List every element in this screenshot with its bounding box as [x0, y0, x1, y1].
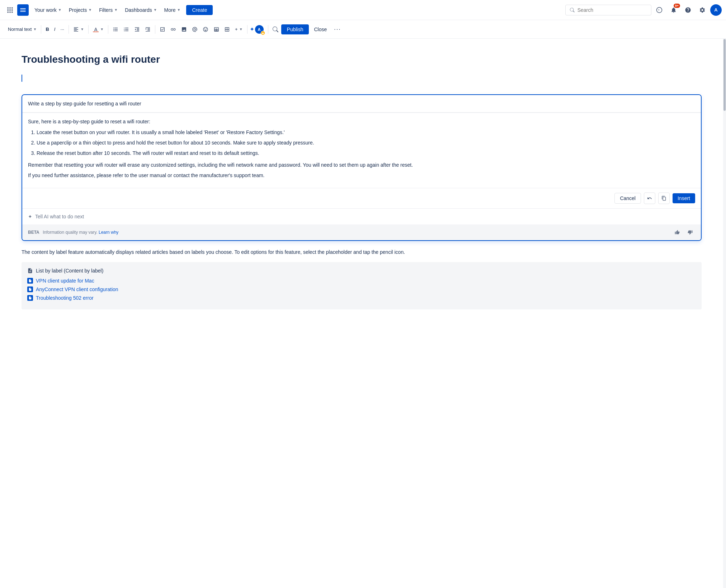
thumbs-up-icon: [675, 230, 680, 235]
text-cursor: [22, 75, 22, 82]
outdent-icon: [134, 27, 140, 32]
ai-toolbar-group[interactable]: ✦ A: [250, 24, 264, 34]
chevron-down-icon: ▼: [88, 8, 92, 12]
copy-icon: [661, 196, 666, 201]
more-formatting-button[interactable]: ···: [58, 25, 66, 33]
list-item[interactable]: VPN client update for Mac: [27, 278, 696, 284]
user-avatar[interactable]: A: [710, 4, 722, 16]
notification-badge: 9+: [674, 4, 680, 8]
publish-button[interactable]: Publish: [281, 24, 309, 34]
sparkle-icon: ✦: [28, 214, 32, 219]
app-logo[interactable]: [17, 4, 29, 16]
page-icon: [28, 296, 32, 300]
filters-nav[interactable]: Filters ▼: [96, 5, 121, 15]
image-button[interactable]: [179, 25, 189, 34]
chevron-down-icon: ▼: [100, 27, 104, 31]
search-toolbar-button[interactable]: [270, 25, 280, 34]
editor-content: Troubleshooting a wifi router Write a st…: [0, 39, 723, 588]
ai-panel: Write a step by step guide for resetting…: [22, 94, 702, 241]
search-toolbar-icon: [273, 27, 278, 32]
layout-button[interactable]: [222, 25, 232, 34]
insert-more-button[interactable]: + ▼: [233, 25, 245, 33]
ai-response-note-1: Remember that resetting your wifi router…: [28, 161, 695, 169]
ai-response-area: Sure, here is a step-by-step guide to re…: [22, 113, 701, 188]
ai-cancel-button[interactable]: Cancel: [614, 193, 641, 204]
editor-toolbar: Normal text ▼ B I ··· ▼ ▼: [0, 20, 726, 39]
notifications-btn[interactable]: 9+: [667, 4, 680, 16]
page-icon: [28, 288, 32, 291]
search-box[interactable]: [565, 5, 651, 15]
dashboards-nav[interactable]: Dashboards ▼: [122, 5, 160, 15]
document-icon: [27, 268, 33, 274]
ai-next-prompt[interactable]: ✦ Tell AI what to do next: [22, 208, 701, 224]
your-work-nav[interactable]: Your work ▼: [32, 5, 65, 15]
emoji-icon: [203, 27, 208, 32]
bullet-list-icon: [113, 27, 118, 32]
svg-rect-2: [11, 7, 13, 8]
link-button[interactable]: [168, 25, 178, 34]
text-style-dropdown[interactable]: Normal text ▼: [6, 25, 39, 33]
grid-icon[interactable]: [4, 4, 16, 16]
ellipsis-icon: ···: [334, 26, 341, 33]
page-title[interactable]: Troubleshooting a wifi router: [22, 53, 702, 66]
text-color-button[interactable]: ▼: [91, 25, 106, 34]
bold-button[interactable]: B: [43, 25, 51, 33]
ai-beta-info: BETA Information quality may vary. Learn…: [28, 230, 118, 235]
list-item[interactable]: Troubleshooting 502 error: [27, 295, 696, 301]
svg-rect-3: [8, 9, 9, 10]
numbered-list-button[interactable]: [121, 25, 131, 34]
italic-button[interactable]: I: [52, 25, 58, 33]
chevron-down-icon: ▼: [58, 8, 62, 12]
task-button[interactable]: [157, 25, 168, 34]
bullet-list-button[interactable]: [110, 25, 121, 34]
indent-icon: [145, 27, 151, 32]
toolbar-separator: [41, 25, 41, 34]
create-button[interactable]: Create: [186, 5, 213, 15]
more-nav[interactable]: More ▼: [161, 5, 184, 15]
mention-icon: [192, 27, 198, 32]
plus-icon: +: [235, 27, 238, 32]
thumbs-up-button[interactable]: [672, 227, 682, 237]
toolbar-separator: [155, 25, 155, 34]
atlassian-icon-btn[interactable]: ?: [653, 4, 666, 16]
mention-button[interactable]: [190, 25, 200, 34]
toolbar-separator: [268, 25, 268, 34]
list-by-label-title: List by label (Content by label): [27, 268, 696, 274]
outdent-button[interactable]: [132, 25, 142, 34]
warning-icon: [261, 32, 264, 34]
link-icon: [170, 27, 176, 32]
ai-response-note-2: If you need further assistance, please r…: [28, 172, 695, 179]
chevron-down-icon: ▼: [114, 8, 118, 12]
scrollbar[interactable]: [723, 39, 726, 588]
more-options-button[interactable]: ···: [332, 25, 343, 34]
svg-rect-7: [9, 11, 10, 13]
projects-nav[interactable]: Projects ▼: [66, 5, 95, 15]
svg-rect-0: [8, 7, 9, 8]
chevron-down-icon: ▼: [154, 8, 157, 12]
align-button[interactable]: ▼: [71, 25, 86, 34]
ai-badge: [261, 31, 265, 35]
thumbs-down-button[interactable]: [685, 227, 695, 237]
page-icon: [28, 279, 32, 283]
ai-insert-button[interactable]: Insert: [673, 193, 695, 203]
doc-icon: [27, 286, 33, 292]
doc-icon: [27, 295, 33, 301]
help-btn[interactable]: [682, 4, 694, 16]
list-item[interactable]: AnyConnect VPN client configuration: [27, 286, 696, 292]
list-item: Release the reset button after 10 second…: [37, 150, 695, 157]
ai-copy-button[interactable]: [658, 193, 670, 204]
beta-feedback: [672, 227, 695, 237]
settings-btn[interactable]: [696, 4, 709, 16]
learn-why-link[interactable]: Learn why: [99, 230, 118, 235]
svg-rect-8: [11, 11, 13, 13]
search-input[interactable]: [578, 7, 647, 13]
ai-undo-button[interactable]: [644, 193, 655, 204]
close-button[interactable]: Close: [310, 24, 331, 34]
gear-icon: [699, 7, 706, 13]
svg-rect-11: [93, 32, 99, 32]
scrollbar-thumb[interactable]: [723, 39, 726, 111]
content-description: The content by label feature automatical…: [22, 248, 702, 256]
table-button[interactable]: [211, 25, 221, 34]
indent-button[interactable]: [143, 25, 153, 34]
emoji-button[interactable]: [201, 25, 211, 34]
